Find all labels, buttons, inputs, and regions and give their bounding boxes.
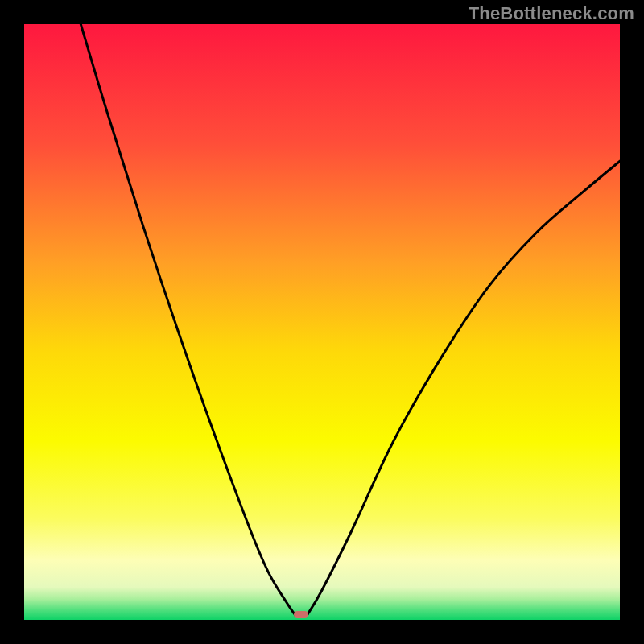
optimum-marker [294, 611, 309, 619]
bottleneck-curve [24, 24, 620, 620]
chart-frame: TheBottleneck.com [0, 0, 644, 644]
plot-area [24, 24, 620, 620]
watermark-label: TheBottleneck.com [469, 3, 634, 24]
curve-left-branch [80, 24, 295, 615]
curve-right-branch [308, 161, 621, 615]
